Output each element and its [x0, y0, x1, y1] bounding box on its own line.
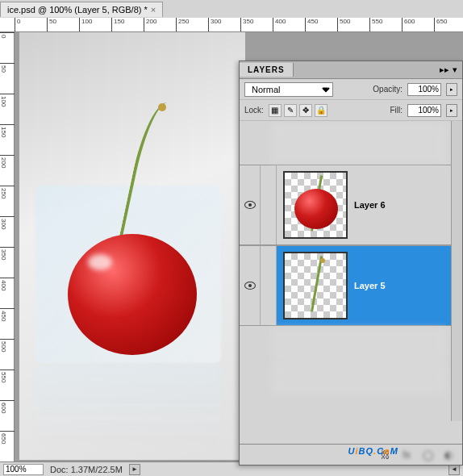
adjustment-layer-icon[interactable]: ◐: [441, 449, 456, 461]
blend-row: Normal ▾ Opacity: ▸: [240, 79, 462, 100]
document-title: ice.psd @ 100% (Layer 5, RGB/8) *: [7, 5, 148, 15]
opacity-label: Opacity:: [373, 85, 403, 94]
layers-tab[interactable]: LAYERS: [240, 63, 294, 77]
fill-input[interactable]: [407, 104, 441, 117]
close-icon[interactable]: ×: [151, 5, 156, 15]
blend-mode-select[interactable]: Normal: [244, 82, 333, 97]
layer-thumbnail[interactable]: [283, 171, 348, 239]
lock-transparency-icon[interactable]: ▦: [269, 104, 282, 117]
layer-list[interactable]: Layer 6 Layer 5: [240, 121, 462, 442]
panel-menu-icon[interactable]: ▸▸: [440, 65, 449, 75]
cherry-graphic: [68, 234, 197, 355]
document-tab-bar: ice.psd @ 100% (Layer 5, RGB/8) * ×: [0, 0, 463, 18]
lock-row: Lock: ▦ ✎ ✥ 🔒 Fill: ▸: [240, 100, 462, 121]
scroll-right-icon[interactable]: ►: [129, 464, 140, 475]
doc-size-label: Doc: 1.37M/22.5M: [50, 465, 123, 474]
eye-icon: [244, 201, 256, 209]
eye-icon: [244, 282, 256, 290]
layer-name[interactable]: Layer 5: [354, 281, 462, 290]
panel-collapse-icon[interactable]: ▾: [453, 65, 457, 75]
document-tab[interactable]: ice.psd @ 100% (Layer 5, RGB/8) * ×: [0, 2, 163, 17]
ice-reflection: [35, 365, 221, 442]
vertical-ruler[interactable]: 0 50 100 150 200 250 300 350 400 450 500…: [0, 32, 15, 461]
layer-row-selected[interactable]: Layer 5: [240, 245, 462, 326]
blend-arrow-icon[interactable]: ▾: [323, 84, 328, 94]
link-col[interactable]: [261, 165, 277, 244]
layer-row-blurred: [272, 123, 446, 163]
opacity-arrow-icon[interactable]: ▸: [446, 83, 457, 96]
zoom-input[interactable]: [3, 464, 44, 475]
layer-mask-icon[interactable]: ◯: [420, 449, 435, 461]
fill-label: Fill:: [390, 106, 403, 115]
lock-label: Lock:: [244, 106, 264, 115]
cherry-highlight: [88, 254, 112, 270]
lock-pixels-icon[interactable]: ✎: [284, 104, 297, 117]
layer-row[interactable]: Layer 6: [240, 165, 462, 245]
layer-fx-icon[interactable]: fx: [399, 449, 414, 461]
document-canvas[interactable]: [19, 32, 245, 460]
opacity-input[interactable]: [407, 83, 441, 96]
stem-tip: [158, 103, 166, 111]
lock-position-icon[interactable]: ✥: [299, 104, 312, 117]
layers-panel: LAYERS ▸▸ ▾ Normal ▾ Opacity: ▸ Lock: ▦ …: [239, 61, 463, 466]
lock-all-icon[interactable]: 🔒: [315, 104, 327, 117]
fill-arrow-icon[interactable]: ▸: [446, 104, 457, 117]
visibility-toggle[interactable]: [240, 165, 261, 244]
layer-row-blurred: [272, 328, 446, 360]
layer-row-blurred: [272, 361, 446, 394]
watermark: UiBQ.CoM: [348, 440, 398, 458]
visibility-toggle[interactable]: [240, 246, 261, 325]
link-col[interactable]: [261, 246, 277, 325]
layers-scrollbar[interactable]: [451, 121, 462, 421]
horizontal-ruler[interactable]: 0 50 100 150 200 250 300 350 400 450 500…: [0, 18, 463, 32]
layer-thumbnail[interactable]: [283, 252, 348, 319]
layer-name[interactable]: Layer 6: [354, 200, 462, 210]
panel-header: LAYERS ▸▸ ▾: [240, 61, 462, 79]
